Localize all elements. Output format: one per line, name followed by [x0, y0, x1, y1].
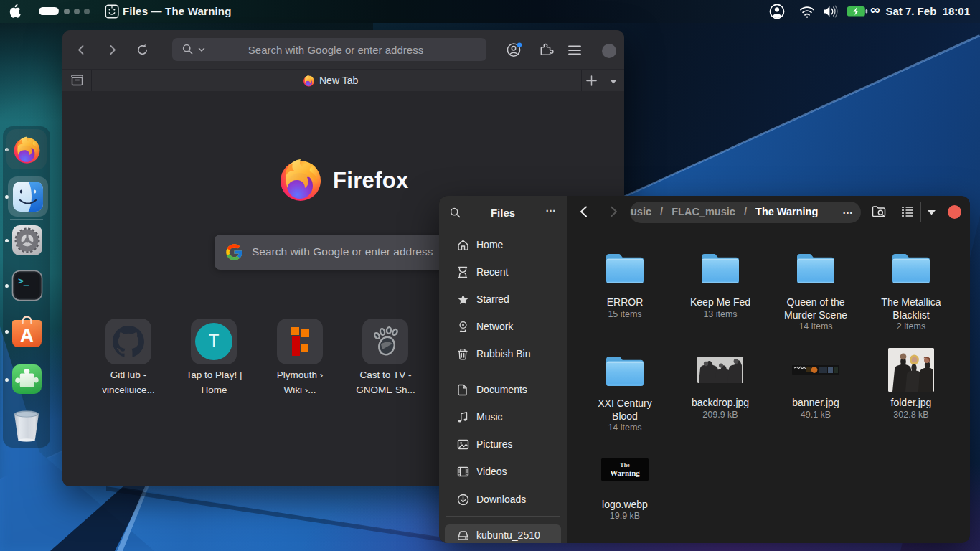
svg-text:A: A — [20, 324, 34, 346]
svg-text:>_: >_ — [18, 276, 29, 287]
